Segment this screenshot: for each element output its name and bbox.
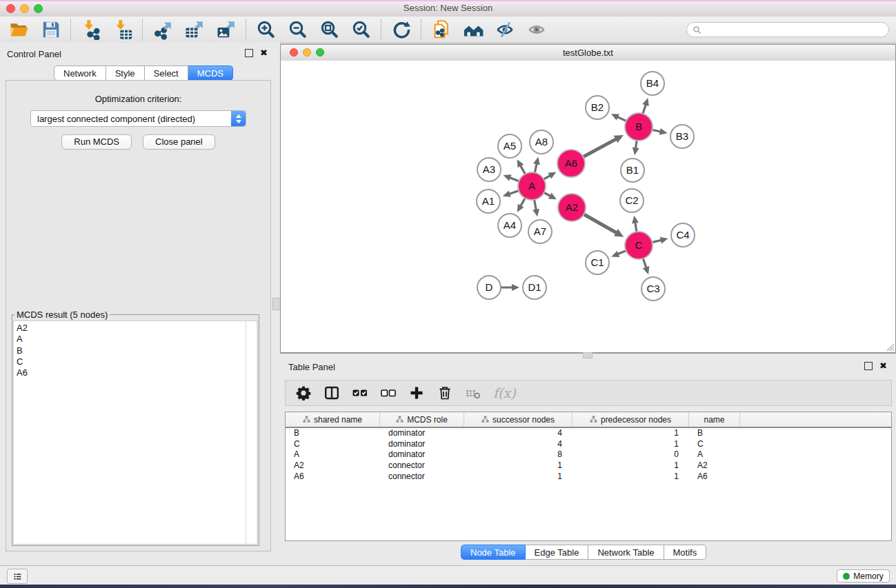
graph-node-label: A7 bbox=[534, 225, 546, 237]
graph-node-label: C2 bbox=[625, 194, 638, 206]
graph-arrowhead bbox=[504, 174, 512, 181]
zoom-out-icon[interactable] bbox=[288, 19, 308, 40]
delete-column-trash-icon[interactable] bbox=[437, 385, 453, 401]
close-panel-icon[interactable]: ✖ bbox=[260, 50, 268, 57]
main-toolbar bbox=[0, 17, 896, 43]
mcds-tab-content: Optimization criterion: largest connecte… bbox=[6, 80, 271, 551]
table-cell: 1 bbox=[573, 472, 689, 483]
apply-layout-icon[interactable] bbox=[391, 19, 412, 40]
list-icon bbox=[12, 572, 23, 581]
graph-node-label: B3 bbox=[676, 130, 688, 142]
export-table-icon[interactable] bbox=[184, 19, 205, 40]
control-panel: Control Panel ✖ NetworkStyleSelectMCDS O… bbox=[0, 43, 276, 565]
memory-button-label: Memory bbox=[853, 571, 883, 581]
network-canvas[interactable]: AA2A6BCA1A3A4A5A7A8B1B2B3B4C1C2C3C4DD1 bbox=[281, 61, 895, 352]
search-input[interactable] bbox=[705, 24, 883, 35]
horizontal-splitter-handle[interactable] bbox=[583, 352, 593, 358]
network-window-titlebar[interactable]: testGlobe.txt bbox=[281, 45, 895, 61]
tab-network-table[interactable]: Network Table bbox=[588, 545, 664, 560]
import-network-icon[interactable] bbox=[81, 19, 101, 40]
table-row[interactable]: Adominator80A bbox=[286, 449, 891, 460]
zoom-selected-icon[interactable] bbox=[351, 19, 372, 40]
result-item[interactable]: A bbox=[17, 334, 257, 345]
tab-motifs[interactable]: Motifs bbox=[664, 545, 707, 560]
graph-arrowhead bbox=[533, 156, 540, 165]
graph-node-label: A2 bbox=[566, 201, 578, 213]
show-columns-icon[interactable] bbox=[323, 385, 340, 401]
import-table-icon[interactable] bbox=[112, 19, 133, 40]
table-cell: dominator bbox=[380, 428, 464, 439]
export-network-icon[interactable] bbox=[152, 19, 173, 40]
save-session-icon[interactable] bbox=[41, 19, 61, 40]
graph-node-label: B1 bbox=[626, 164, 639, 176]
column-header-predecessor-nodes[interactable]: predecessor nodes bbox=[573, 412, 689, 427]
tab-mcds[interactable]: MCDS bbox=[188, 65, 233, 81]
table-tabs: Node TableEdge TableNetwork TableMotifs bbox=[461, 545, 706, 560]
column-header-shared-name[interactable]: shared name bbox=[286, 412, 380, 427]
graph-node-label: C1 bbox=[590, 256, 604, 268]
float-table-panel-icon[interactable] bbox=[864, 362, 873, 370]
mcds-result-group: MCDS result (5 nodes) A2ABCA6 bbox=[12, 310, 259, 546]
mcds-result-title: MCDS result (5 nodes) bbox=[14, 310, 110, 320]
select-all-icon[interactable] bbox=[352, 385, 368, 401]
graph-node-label: A6 bbox=[565, 157, 577, 169]
result-item[interactable]: A6 bbox=[17, 367, 257, 378]
show-hide-eye-icon[interactable] bbox=[526, 19, 547, 40]
graph-node-label: B bbox=[635, 121, 642, 132]
optimization-criterion-label: Optimization criterion: bbox=[6, 94, 270, 104]
resize-grip-icon[interactable] bbox=[885, 342, 895, 352]
add-column-icon[interactable] bbox=[408, 385, 425, 401]
graph-node-label: A8 bbox=[535, 136, 548, 148]
float-panel-icon[interactable] bbox=[245, 49, 253, 57]
control-panel-title: Control Panel bbox=[7, 49, 61, 59]
criterion-dropdown[interactable]: largest connected component (directed) bbox=[30, 110, 246, 127]
memory-button[interactable]: Memory bbox=[837, 569, 890, 582]
tab-network[interactable]: Network bbox=[54, 65, 106, 81]
table-cell: 4 bbox=[464, 428, 573, 439]
table-row[interactable]: A2connector11A2 bbox=[286, 460, 891, 472]
close-table-panel-icon[interactable]: ✖ bbox=[879, 363, 887, 369]
table-cell: A bbox=[689, 449, 740, 460]
column-header-successor-nodes[interactable]: successor nodes bbox=[464, 412, 573, 427]
graph-arrowhead bbox=[632, 216, 639, 224]
zoom-in-icon[interactable] bbox=[256, 19, 277, 40]
table-cell: dominator bbox=[380, 449, 464, 460]
zoom-fit-icon[interactable] bbox=[319, 19, 340, 40]
table-cell: A2 bbox=[286, 460, 380, 472]
home-icon[interactable] bbox=[463, 19, 484, 40]
table-row[interactable]: A6connector11A6 bbox=[286, 472, 891, 483]
delete-table-icon[interactable] bbox=[465, 385, 481, 401]
table-panel-title: Table Panel bbox=[288, 362, 335, 372]
table-cell: connector bbox=[380, 460, 464, 472]
run-mcds-button[interactable]: Run MCDS bbox=[61, 134, 132, 150]
close-panel-button[interactable]: Close panel bbox=[143, 134, 215, 150]
table-cell: 1 bbox=[464, 472, 573, 483]
app-titlebar: Session: New Session bbox=[0, 0, 896, 17]
show-graphics-details-icon[interactable] bbox=[495, 19, 515, 40]
table-row[interactable]: Bdominator41B bbox=[286, 428, 891, 439]
result-item[interactable]: A2 bbox=[17, 323, 257, 334]
result-item[interactable]: B bbox=[17, 345, 257, 356]
graph-arrowhead bbox=[512, 284, 519, 291]
tab-select[interactable]: Select bbox=[145, 65, 188, 81]
search-box bbox=[686, 22, 889, 37]
desktop-background bbox=[0, 585, 896, 588]
export-image-icon[interactable] bbox=[216, 19, 237, 40]
column-header-name[interactable]: name bbox=[689, 412, 740, 427]
column-header-MCDS-role[interactable]: MCDS role bbox=[380, 412, 464, 427]
tab-style[interactable]: Style bbox=[106, 65, 145, 81]
result-item[interactable]: C bbox=[17, 356, 257, 367]
tab-node-table[interactable]: Node Table bbox=[461, 545, 526, 560]
table-toolbar: f(x) bbox=[285, 380, 892, 406]
mcds-result-list[interactable]: A2ABCA6 bbox=[13, 321, 258, 545]
open-file-icon[interactable] bbox=[9, 19, 30, 40]
table-row[interactable]: Cdominator41C bbox=[286, 439, 891, 450]
function-builder-fx-icon[interactable]: f(x) bbox=[493, 385, 516, 401]
tab-edge-table[interactable]: Edge Table bbox=[526, 545, 589, 560]
application-window: Session: New Session bbox=[0, 0, 896, 588]
show-panels-list-button[interactable] bbox=[7, 569, 28, 584]
network-from-selection-icon[interactable] bbox=[431, 19, 452, 40]
deselect-all-icon[interactable] bbox=[380, 385, 397, 401]
table-mode-gear-icon[interactable] bbox=[295, 385, 312, 401]
table-cell: 1 bbox=[573, 460, 689, 472]
